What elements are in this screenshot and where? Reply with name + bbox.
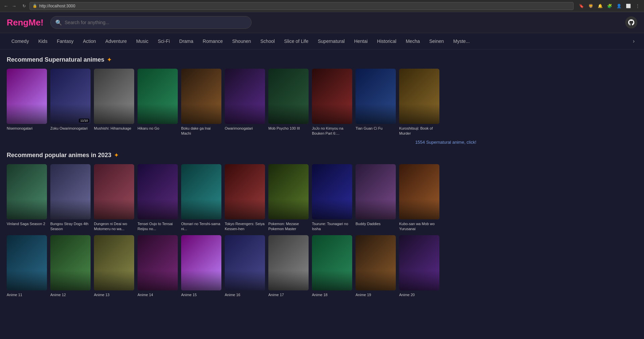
- anime-poster: [94, 69, 134, 124]
- genre-item-slice-of-life[interactable]: Slice of Life: [279, 37, 313, 46]
- genre-item-action[interactable]: Action: [78, 37, 101, 46]
- list-item[interactable]: Boku dake ga Inai Machi: [181, 69, 221, 136]
- poster-overlay: [312, 199, 352, 219]
- list-item[interactable]: Otonari no Tenshi-sama ni...: [181, 164, 221, 232]
- alert-icon[interactable]: 🔔: [596, 2, 604, 10]
- anime-poster: [225, 164, 265, 219]
- list-item[interactable]: 11/10Zoku Owarimonogatari: [50, 69, 91, 136]
- anime-title: Tsurune: Tsunagari no Issha: [312, 221, 352, 232]
- list-item[interactable]: Anime 14: [138, 235, 178, 297]
- browser-chrome: ← → ↻ 🔒 http://localhost:3000 🔖 🦁 🔔 🧩 👤 …: [0, 0, 644, 12]
- brave-icon[interactable]: 🦁: [587, 2, 594, 10]
- anime-poster: [181, 69, 221, 124]
- genre-item-supernatural[interactable]: Supernatural: [313, 37, 349, 46]
- lock-icon: 🔒: [33, 4, 37, 8]
- github-button[interactable]: [625, 16, 637, 28]
- genre-item-music[interactable]: Music: [131, 37, 153, 46]
- anime-poster: [181, 235, 221, 290]
- list-item[interactable]: Buddy Daddies: [356, 164, 396, 232]
- reload-button[interactable]: ↻: [21, 3, 28, 9]
- logo[interactable]: RengMe!: [7, 17, 44, 28]
- list-item[interactable]: Tsurune: Tsunagari no Issha: [312, 164, 352, 232]
- anime-row-popular-2023-row2: Anime 11Anime 12Anime 13Anime 14Anime 15…: [7, 235, 476, 297]
- poster-overlay: [356, 270, 396, 290]
- genre-item-romance[interactable]: Romance: [198, 37, 227, 46]
- list-item[interactable]: Kuroshitsuji: Book of Murder: [399, 69, 439, 136]
- genre-item-mecha[interactable]: Mecha: [401, 37, 425, 46]
- list-item[interactable]: Pokemon: Mezase Pokemon Master: [268, 164, 309, 232]
- genre-item-fantasy[interactable]: Fantasy: [52, 37, 78, 46]
- anime-row-supernatural: Nisemonogatari11/10Zoku OwarimonogatariM…: [7, 69, 476, 136]
- list-item[interactable]: Anime 17: [268, 235, 309, 297]
- list-item[interactable]: Vinland Saga Season 2: [7, 164, 47, 232]
- poster-overlay: [50, 270, 91, 290]
- app-header: RengMe! 🔍: [0, 12, 644, 33]
- genre-item-kids[interactable]: Kids: [34, 37, 52, 46]
- anime-title: Anime 13: [94, 292, 134, 297]
- list-item[interactable]: Anime 15: [181, 235, 221, 297]
- list-item[interactable]: Anime 13: [94, 235, 134, 297]
- genre-nav-arrow[interactable]: ›: [630, 37, 637, 46]
- genre-item-adventure[interactable]: Adventure: [101, 37, 131, 46]
- anime-title: Anime 16: [225, 292, 265, 297]
- list-item[interactable]: Anime 18: [312, 235, 352, 297]
- section-title-text: Recommend popular animes in 2023: [7, 152, 111, 159]
- address-bar[interactable]: 🔒 http://localhost:3000: [30, 2, 574, 10]
- list-item[interactable]: Tokyo Revengers: Seiya Kessen-hen: [225, 164, 265, 232]
- poster-overlay: [268, 270, 309, 290]
- more-icon[interactable]: ⋮: [634, 2, 641, 10]
- genre-item-school[interactable]: School: [256, 37, 279, 46]
- search-bar[interactable]: 🔍: [50, 16, 252, 29]
- list-item[interactable]: Kubo-san wa Mob wo Yurusanai: [399, 164, 439, 232]
- list-item[interactable]: Anime 11: [7, 235, 47, 297]
- tab-icon[interactable]: ⬜: [625, 2, 632, 10]
- anime-title: Nisemonogatari: [7, 126, 47, 131]
- list-item[interactable]: Bungou Stray Dogs 4th Season: [50, 164, 91, 232]
- poster-overlay: [399, 199, 439, 219]
- anime-title: Tian Guan Ci Fu: [356, 126, 396, 131]
- list-item[interactable]: Owarimonogatari: [225, 69, 265, 136]
- list-item[interactable]: Dungeon ni Deai wo Motomeru no wa...: [94, 164, 134, 232]
- list-item[interactable]: Mob Psycho 100 III: [268, 69, 309, 136]
- list-item[interactable]: Tian Guan Ci Fu: [356, 69, 396, 136]
- genre-item-mystery[interactable]: Myste...: [448, 37, 474, 46]
- forward-button[interactable]: →: [11, 3, 17, 9]
- section-title-popular-2023: Recommend popular animes in 2023 ✦: [7, 152, 476, 159]
- list-item[interactable]: JoJo no Kimyou na Bouken Part 6:...: [312, 69, 352, 136]
- anime-poster: [399, 164, 439, 219]
- back-button[interactable]: ←: [3, 3, 9, 9]
- see-all-anchor[interactable]: 1554 Supernatural anime, click!: [415, 140, 476, 145]
- section-title-supernatural: Recommend Supernatural animes ✦: [7, 56, 476, 63]
- anime-title: Anime 19: [356, 292, 396, 297]
- genre-item-comedy[interactable]: Comedy: [7, 37, 34, 46]
- list-item[interactable]: Hikaru no Go: [138, 69, 178, 136]
- see-all-link[interactable]: 1554 Supernatural anime, click!: [7, 139, 476, 145]
- profile-icon[interactable]: 👤: [615, 2, 623, 10]
- list-item[interactable]: Anime 12: [50, 235, 91, 297]
- anime-poster: [7, 164, 47, 219]
- genre-item-drama[interactable]: Drama: [174, 37, 198, 46]
- anime-poster: 11/10: [50, 69, 91, 124]
- anime-poster: [225, 235, 265, 290]
- anime-poster: [94, 235, 134, 290]
- genre-item-historical[interactable]: Historical: [372, 37, 401, 46]
- list-item[interactable]: Anime 19: [356, 235, 396, 297]
- anime-title: Hikaru no Go: [138, 126, 178, 131]
- anime-title: Boku dake ga Inai Machi: [181, 126, 221, 136]
- poster-overlay: [7, 199, 47, 219]
- extensions-icon[interactable]: 🧩: [606, 2, 613, 10]
- genre-item-hentai[interactable]: Hentai: [350, 37, 372, 46]
- anime-title: Owarimonogatari: [225, 126, 265, 131]
- list-item[interactable]: Mushishi: Hihamukage: [94, 69, 134, 136]
- genre-list: ComedyKidsFantasyActionAdventureMusicSci…: [7, 37, 630, 46]
- genre-item-shounen[interactable]: Shounen: [227, 37, 256, 46]
- search-input[interactable]: [65, 20, 247, 25]
- list-item[interactable]: Anime 16: [225, 235, 265, 297]
- list-item[interactable]: Tensei Oujo to Tensai Reijou no...: [138, 164, 178, 232]
- genre-item-sci-fi[interactable]: Sci-Fi: [153, 37, 175, 46]
- list-item[interactable]: Anime 20: [399, 235, 439, 297]
- list-item[interactable]: Nisemonogatari: [7, 69, 47, 136]
- poster-overlay: [356, 199, 396, 219]
- genre-item-seinen[interactable]: Seinen: [425, 37, 449, 46]
- bookmark-icon[interactable]: 🔖: [578, 2, 585, 10]
